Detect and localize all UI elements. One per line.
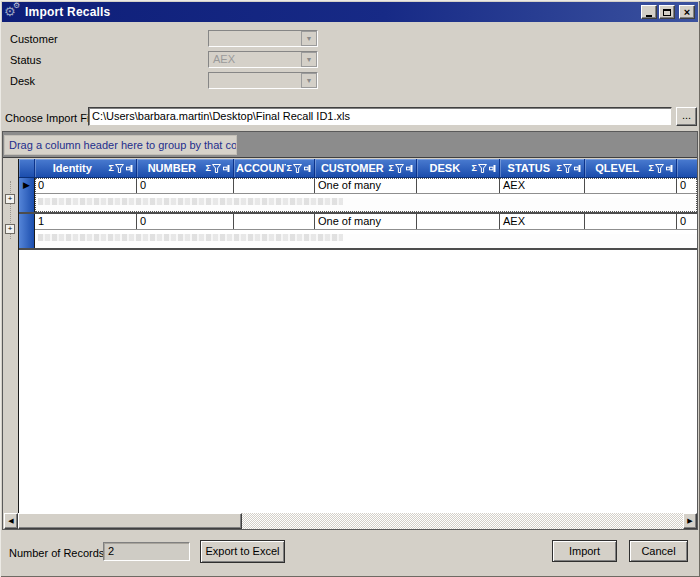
column-header-number[interactable]: NUMBERΣ [137,159,234,177]
import-button[interactable]: Import [552,540,617,562]
filter-icon[interactable] [478,164,487,173]
status-label: Status [10,54,41,66]
gears-icon: ⚙⚙ [5,4,21,20]
pin-icon[interactable] [303,164,312,173]
customer-select[interactable]: ▼ [208,30,318,47]
maximize-button[interactable] [659,5,675,19]
browse-button[interactable]: ... [676,107,697,126]
sigma-icon[interactable]: Σ [109,164,114,173]
close-icon: × [684,6,690,18]
scroll-left-icon[interactable]: ◀ [4,513,18,529]
filter-icon[interactable] [395,164,404,173]
scrollbar-track[interactable] [242,513,683,529]
pin-icon[interactable] [125,164,134,173]
grid-cell[interactable] [585,214,677,229]
window-title: Import Recalls [25,5,111,19]
column-header-fee[interactable]: FEEΣ [677,159,697,177]
sigma-icon[interactable]: Σ [472,164,477,173]
scroll-right-icon[interactable]: ▶ [683,513,697,529]
column-header-qlevel[interactable]: QLEVELΣ [585,159,677,177]
import-recalls-window: ⚙⚙ Import Recalls × Customer Status Desk… [0,0,700,577]
grid-cell[interactable]: One of many [315,178,417,193]
grid-rows: ▶00One of manyAEX010One of manyAEX0 [19,178,697,250]
cancel-button[interactable]: Cancel [629,540,688,562]
grid-cell[interactable]: 0 [35,178,137,193]
group-by-panel[interactable]: Drag a column header here to group by th… [3,132,697,158]
grid-cell[interactable] [585,178,677,193]
sigma-icon[interactable]: Σ [389,164,394,173]
pin-icon[interactable] [488,164,497,173]
records-count-value: 2 [103,542,190,561]
chevron-down-icon[interactable]: ▼ [301,31,317,46]
grid-data-area: IdentityΣNUMBERΣACCOUNTΣCUSTOMERΣDESKΣST… [18,159,697,513]
titlebar[interactable]: ⚙⚙ Import Recalls × [2,2,698,22]
grid-cell[interactable]: 0 [137,214,234,229]
grid-cell[interactable]: AEX [500,178,585,193]
filter-icon[interactable] [655,164,664,173]
recalls-grid: Drag a column header here to group by th… [2,131,698,530]
sigma-icon[interactable]: Σ [557,164,562,173]
expand-row-button[interactable]: + [5,224,15,234]
expand-strip: + + [3,159,18,513]
filter-icon[interactable] [293,164,302,173]
grid-cell[interactable]: 0 [677,214,697,229]
row-preview [35,234,697,248]
import-file-input[interactable]: C:\Users\barbara.martin\Desktop\Final Re… [88,107,672,126]
desk-label: Desk [10,75,35,87]
maximize-icon [663,9,671,16]
pin-icon[interactable] [222,164,231,173]
grid-cell[interactable]: 0 [137,178,234,193]
indicator-header [19,159,35,177]
sigma-icon[interactable]: Σ [287,164,292,173]
column-header-customer[interactable]: CUSTOMERΣ [315,159,417,177]
group-by-hint: Drag a column header here to group by th… [4,135,237,155]
minimize-icon [646,15,652,17]
filter-icon[interactable] [212,164,221,173]
grid-cell[interactable]: 0 [677,178,697,193]
grid-cell[interactable]: 1 [35,214,137,229]
close-button[interactable]: × [679,5,695,19]
status-select[interactable]: AEX ▼ [208,51,318,68]
row-indicator[interactable]: ▶ [19,178,35,212]
row-indicator[interactable] [19,214,35,248]
chevron-down-icon[interactable]: ▼ [301,73,317,88]
desk-select[interactable]: ▼ [208,72,318,89]
row-preview [35,198,697,212]
column-header-desk[interactable]: DESKΣ [417,159,500,177]
sigma-icon[interactable]: Σ [649,164,654,173]
grid-cell[interactable]: One of many [315,214,417,229]
customer-label: Customer [10,33,58,45]
column-header-status[interactable]: STATUSΣ [500,159,585,177]
sigma-icon[interactable]: Σ [206,164,211,173]
table-row[interactable]: 10One of manyAEX0 [19,214,697,250]
column-header-identity[interactable]: IdentityΣ [35,159,137,177]
pin-icon[interactable] [405,164,414,173]
pin-icon[interactable] [665,164,674,173]
grid-cell[interactable] [234,178,315,193]
horizontal-scrollbar[interactable]: ◀ ▶ [4,513,697,529]
filter-icon[interactable] [563,164,572,173]
records-count-label: Number of Records [9,547,104,559]
grid-cell[interactable] [234,214,315,229]
scrollbar-thumb[interactable] [18,513,242,529]
grid-cell[interactable] [417,214,500,229]
filter-icon[interactable] [115,164,124,173]
export-to-excel-button[interactable]: Export to Excel [200,540,285,563]
preview-text-smudge [38,234,343,241]
minimize-button[interactable] [641,5,657,19]
current-row-arrow-icon: ▶ [23,178,30,193]
table-row[interactable]: ▶00One of manyAEX0 [19,178,697,214]
grid-cell[interactable] [417,178,500,193]
column-header-account[interactable]: ACCOUNTΣ [234,159,315,177]
import-file-label: Choose Import File [5,112,98,124]
grid-header: IdentityΣNUMBERΣACCOUNTΣCUSTOMERΣDESKΣST… [19,159,697,178]
expand-row-button[interactable]: + [5,194,15,204]
pin-icon[interactable] [573,164,582,173]
chevron-down-icon[interactable]: ▼ [301,52,317,67]
grid-cell[interactable]: AEX [500,214,585,229]
preview-text-smudge [38,198,343,205]
